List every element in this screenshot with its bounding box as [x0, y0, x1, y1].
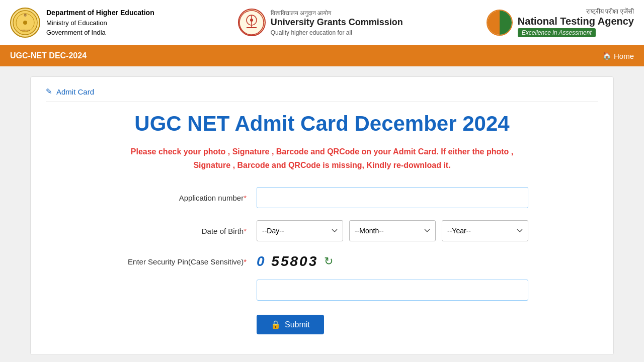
- ugc-tagline: Quality higher education for all: [271, 29, 352, 36]
- dept-line1: Department of Higher Education: [46, 8, 154, 18]
- dob-selects: --Day-- --Month-- --Year--: [257, 220, 528, 241]
- dob-day-select[interactable]: --Day--: [257, 220, 343, 241]
- page-title: UGC NET Admit Card December 2024: [46, 112, 598, 136]
- nta-english: National Testing Agency: [518, 16, 634, 27]
- header-right: राष्ट्रीय परीक्षा एजेंसी National Testin…: [487, 8, 634, 37]
- dob-label: Date of Birth*: [116, 227, 257, 235]
- home-label: Home: [614, 52, 634, 60]
- captcha-input-row: [116, 280, 528, 301]
- dept-line2: Ministry of Education: [46, 18, 154, 28]
- svg-point-2: [23, 21, 27, 25]
- dob-month-select[interactable]: --Month--: [349, 220, 436, 241]
- submit-button[interactable]: 🔒 Submit: [257, 315, 324, 334]
- breadcrumb: ✎ Admit Card: [46, 87, 598, 102]
- dob-year-select[interactable]: --Year--: [442, 220, 528, 241]
- captcha-refresh-icon[interactable]: ↻: [324, 255, 333, 268]
- dept-text: Department of Higher Education Ministry …: [46, 8, 154, 38]
- ugc-emblem-icon: [238, 9, 266, 36]
- dept-line3: Government of India: [46, 28, 154, 38]
- main-container: ✎ Admit Card UGC NET Admit Card December…: [30, 76, 614, 355]
- home-link[interactable]: 🏠 Home: [602, 51, 634, 60]
- home-icon: 🏠: [602, 51, 612, 60]
- header: 🦁 सत्यमेव जयते Department of Higher Educ…: [0, 0, 644, 45]
- nta-badge: Excellence in Assessment: [518, 28, 596, 37]
- ugc-hindi: विश्वविद्यालय अनुदान आयोग: [271, 10, 332, 17]
- ugc-english: University Grants Commission: [271, 17, 403, 27]
- svg-text:सत्यमेव जयते: सत्यमेव जयते: [20, 29, 30, 32]
- application-number-input[interactable]: [257, 187, 528, 208]
- captcha-display: 0 55803 ↻: [257, 253, 333, 269]
- submit-label: Submit: [285, 320, 310, 329]
- nta-emblem-icon: [487, 10, 513, 36]
- nta-hindi: राष्ट्रीय परीक्षा एजेंसी: [518, 8, 634, 16]
- navbar: UGC-NET DEC-2024 🏠 Home: [0, 45, 644, 66]
- security-pin-row: Enter Security Pin(Case Sensitive)* 0 55…: [116, 253, 528, 269]
- captcha-text: 0 55803: [257, 253, 318, 269]
- breadcrumb-label: Admit Card: [56, 87, 94, 96]
- breadcrumb-icon: ✎: [46, 87, 52, 96]
- ugc-text-block: विश्वविद्यालय अनुदान आयोग University Gra…: [271, 8, 403, 37]
- header-left: 🦁 सत्यमेव जयते Department of Higher Educ…: [10, 8, 154, 38]
- app-number-label: Application number*: [116, 194, 257, 202]
- india-emblem-icon: 🦁 सत्यमेव जयते: [10, 8, 40, 38]
- app-number-row: Application number*: [116, 187, 528, 208]
- form-section: Application number* Date of Birth* --Day…: [116, 187, 528, 334]
- header-center: विश्वविद्यालय अनुदान आयोग University Gra…: [238, 8, 403, 37]
- notice-text: Please check your photo , Signature , Ba…: [46, 145, 598, 172]
- dob-row: Date of Birth* --Day-- --Month-- --Year-…: [116, 220, 528, 241]
- svg-text:🦁: 🦁: [24, 14, 27, 17]
- navbar-title: UGC-NET DEC-2024: [10, 51, 87, 60]
- submit-row: 🔒 Submit: [257, 315, 528, 334]
- svg-point-9: [250, 19, 253, 22]
- submit-icon: 🔒: [271, 320, 281, 329]
- security-pin-label: Enter Security Pin(Case Sensitive)*: [116, 257, 257, 266]
- nta-text-block: राष्ट्रीय परीक्षा एजेंसी National Testin…: [518, 8, 634, 37]
- security-pin-input[interactable]: [257, 280, 528, 301]
